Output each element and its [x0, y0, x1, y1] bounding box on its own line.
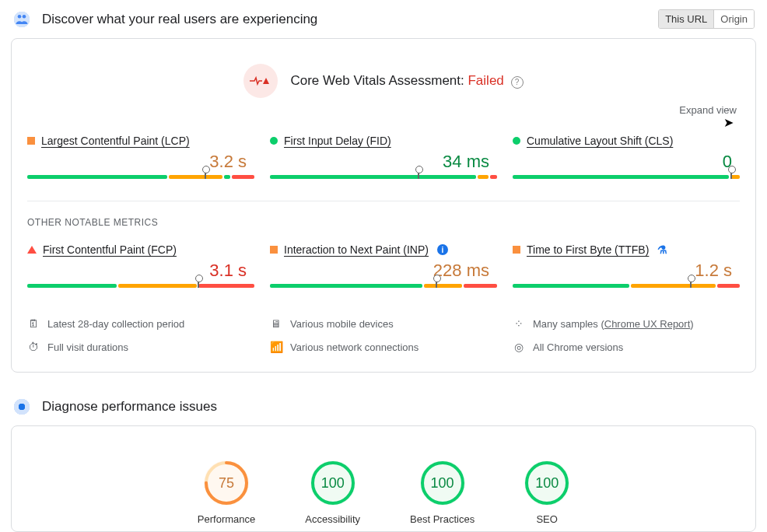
warn-square-icon — [513, 246, 520, 254]
info-period: 🗓Latest 28-day collection period — [27, 317, 254, 330]
svg-point-1 — [23, 15, 26, 19]
poor-triangle-icon — [27, 246, 37, 254]
metric-ttfb-bar — [513, 284, 740, 288]
core-metrics-grid: Largest Contentful Paint (LCP) 3.2 s Fir… — [27, 135, 740, 179]
info-devices: 🖥Various mobile devices — [270, 317, 497, 330]
crux-report-link[interactable]: Chrome UX Report — [604, 318, 691, 330]
assessment-status: Failed — [468, 73, 503, 88]
score-seo[interactable]: 100 SEO — [524, 460, 569, 525]
good-circle-icon — [513, 137, 520, 145]
metric-fid-bar — [270, 175, 497, 179]
scatter-icon: ⁘ — [513, 317, 525, 330]
chrome-icon: ◎ — [513, 341, 525, 353]
info-chrome: ◎All Chrome versions — [513, 341, 740, 353]
metric-cls-value: 0 — [513, 152, 740, 172]
svg-point-6 — [422, 463, 463, 503]
other-metrics-grid: First Contentful Paint (FCP) 3.1 s Inter… — [27, 243, 740, 288]
divider — [27, 201, 740, 201]
good-circle-icon — [270, 137, 278, 145]
target-icon — [12, 397, 31, 416]
warn-square-icon — [270, 246, 278, 254]
info-network: 📶Various network connections — [270, 341, 497, 353]
metric-fcp-value: 3.1 s — [27, 261, 254, 281]
metric-fcp: First Contentful Paint (FCP) 3.1 s — [27, 243, 254, 288]
metric-ttfb-name[interactable]: Time to First Byte (TTFB) — [527, 243, 649, 256]
metric-lcp-bar — [27, 175, 254, 179]
score-accessibility[interactable]: 100 Accessibility — [305, 460, 360, 525]
metric-lcp-value: 3.2 s — [27, 152, 254, 172]
info-samples: ⁘Many samples (Chrome UX Report) — [513, 317, 740, 330]
info-icon[interactable]: i — [437, 244, 448, 255]
timer-icon: ⏱ — [27, 341, 40, 353]
metric-ttfb: Time to First Byte (TTFB) ⚗ 1.2 s — [513, 243, 740, 288]
metric-cls: Cumulative Layout Shift (CLS) 0 — [513, 135, 740, 179]
metric-inp-name[interactable]: Interaction to Next Paint (INP) — [284, 243, 429, 256]
scores-row: 75 Performance 100 Accessibility 100 Bes… — [27, 442, 740, 528]
metric-ttfb-value: 1.2 s — [513, 261, 740, 281]
info-durations: ⏱Full visit durations — [27, 341, 254, 353]
assessment-row: Core Web Vitals Assessment: Failed ? — [27, 64, 740, 98]
svg-point-7 — [527, 463, 567, 503]
metric-fcp-bar — [27, 284, 254, 288]
assessment-text: Core Web Vitals Assessment: Failed ? — [290, 73, 523, 89]
collection-info-grid: 🗓Latest 28-day collection period 🖥Variou… — [27, 317, 740, 353]
expand-view-button[interactable]: Expand view — [27, 104, 740, 116]
metric-cls-name[interactable]: Cumulative Layout Shift (CLS) — [527, 135, 673, 147]
svg-marker-2 — [263, 78, 269, 84]
field-data-card: Core Web Vitals Assessment: Failed ? Exp… — [11, 38, 756, 373]
metric-fid: First Input Delay (FID) 34 ms — [270, 135, 497, 179]
metric-fid-value: 34 ms — [270, 152, 497, 172]
field-data-title: Discover what your real users are experi… — [42, 12, 317, 27]
warn-square-icon — [27, 137, 35, 145]
score-best-practices[interactable]: 100 Best Practices — [410, 460, 475, 525]
devices-icon: 🖥 — [270, 317, 282, 330]
metric-fid-name[interactable]: First Input Delay (FID) — [284, 135, 391, 147]
metric-lcp: Largest Contentful Paint (LCP) 3.2 s — [27, 135, 254, 179]
this-url-toggle[interactable]: This URL — [659, 10, 713, 28]
diagnose-header: Diagnose performance issues — [0, 388, 767, 425]
diagnose-title: Diagnose performance issues — [42, 399, 217, 415]
wifi-icon: 📶 — [270, 341, 282, 353]
metric-cls-bar — [513, 175, 740, 179]
metric-inp-value: 228 ms — [270, 261, 497, 281]
field-data-header: Discover what your real users are experi… — [0, 0, 767, 38]
svg-point-5 — [313, 463, 353, 503]
lighthouse-card: 75 Performance 100 Accessibility 100 Bes… — [11, 425, 756, 532]
metric-fcp-name[interactable]: First Contentful Paint (FCP) — [43, 243, 177, 256]
metric-lcp-name[interactable]: Largest Contentful Paint (LCP) — [41, 135, 190, 147]
other-metrics-label: OTHER NOTABLE METRICS — [27, 217, 740, 228]
help-icon[interactable]: ? — [511, 76, 524, 89]
url-origin-toggle: This URL Origin — [658, 9, 755, 29]
metric-inp: Interaction to Next Paint (INP) i 228 ms — [270, 243, 497, 288]
origin-toggle[interactable]: Origin — [713, 10, 754, 28]
users-icon — [12, 10, 31, 29]
calendar-icon: 🗓 — [27, 317, 40, 330]
assessment-status-icon — [243, 64, 278, 98]
score-performance[interactable]: 75 Performance — [198, 460, 255, 525]
experimental-flask-icon[interactable]: ⚗ — [657, 243, 667, 256]
metric-inp-bar — [270, 284, 497, 288]
svg-point-0 — [18, 15, 22, 19]
